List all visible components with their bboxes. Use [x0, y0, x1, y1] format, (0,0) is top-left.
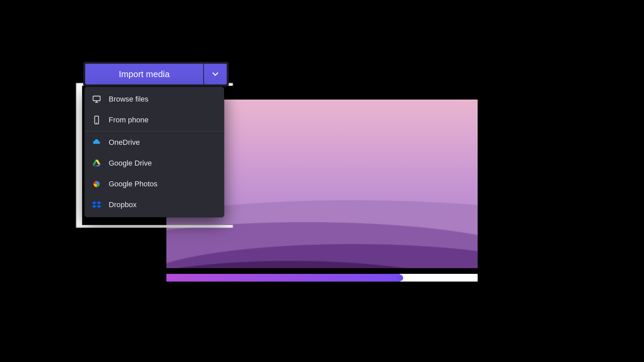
google-drive-icon [92, 159, 101, 168]
import-split-button: Import media [83, 62, 229, 86]
menu-item-from-phone[interactable]: From phone [85, 110, 224, 130]
import-media-label: Import media [119, 69, 170, 79]
google-photos-icon [92, 179, 101, 189]
menu-item-label: Dropbox [109, 200, 137, 209]
svg-marker-8 [92, 201, 97, 204]
svg-marker-7 [94, 165, 101, 167]
menu-item-label: Browse files [109, 95, 149, 104]
timeline-track[interactable] [166, 274, 478, 282]
menu-item-label: Google Photos [109, 180, 158, 188]
menu-item-label: Google Drive [109, 159, 152, 168]
onedrive-icon [92, 138, 101, 147]
phone-icon [92, 115, 101, 125]
chevron-down-icon [211, 69, 220, 79]
import-media-button[interactable]: Import media [85, 64, 203, 84]
timeline-playhead[interactable] [396, 275, 403, 281]
menu-separator [85, 131, 224, 131]
menu-item-onedrive[interactable]: OneDrive [85, 132, 224, 153]
svg-marker-10 [92, 205, 97, 208]
menu-item-label: From phone [109, 116, 149, 124]
monitor-icon [92, 95, 101, 104]
timeline-progress [166, 274, 400, 282]
svg-rect-0 [93, 96, 100, 101]
svg-marker-6 [93, 160, 97, 167]
menu-item-google-drive[interactable]: Google Drive [85, 153, 224, 174]
menu-item-browse-files[interactable]: Browse files [85, 89, 224, 110]
dropbox-icon [92, 200, 101, 209]
svg-marker-11 [97, 205, 101, 208]
svg-marker-9 [97, 201, 101, 204]
menu-item-dropbox[interactable]: Dropbox [85, 194, 224, 215]
menu-item-google-photos[interactable]: Google Photos [85, 174, 224, 194]
import-media-dropdown-toggle[interactable] [204, 64, 227, 84]
menu-item-label: OneDrive [109, 138, 140, 147]
import-sources-menu: Browse files From phone OneDrive Google … [85, 87, 224, 217]
